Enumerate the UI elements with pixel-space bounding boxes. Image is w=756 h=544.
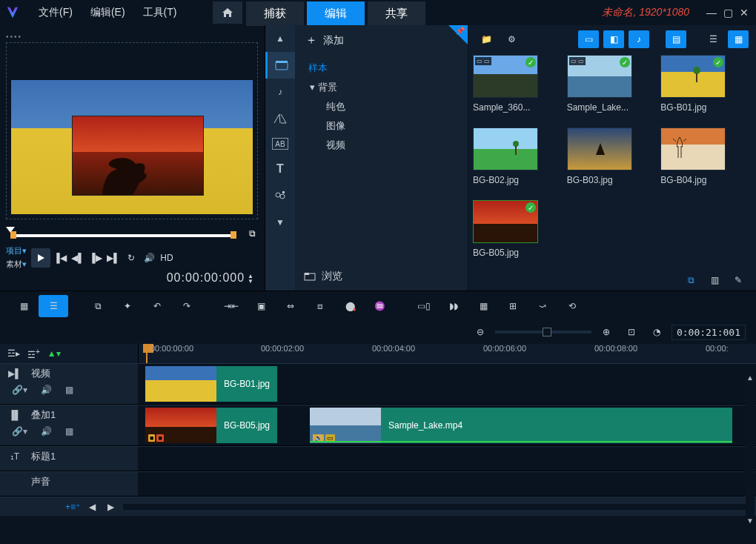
- menu-tools[interactable]: 工具(T): [136, 6, 185, 19]
- preview-timecode[interactable]: 00:00:00:000▲▼: [6, 271, 259, 285]
- subtitle-icon[interactable]: ⊞: [498, 295, 528, 317]
- text-category-icon[interactable]: T: [265, 156, 295, 182]
- effects-category-icon[interactable]: [265, 182, 295, 209]
- filter-video-icon[interactable]: ▭: [578, 30, 599, 48]
- thumb-item[interactable]: BG-B04.jpg: [660, 127, 749, 196]
- clip-bg-b01[interactable]: BG-B01.jpg: [145, 366, 301, 402]
- play-button[interactable]: [31, 248, 50, 268]
- menu-file[interactable]: 文件(F): [31, 6, 80, 19]
- filter-audio-icon[interactable]: ♪: [629, 30, 649, 48]
- thumb-item[interactable]: BG-B03.jpg: [567, 127, 655, 196]
- chapter-icon[interactable]: ▦: [468, 295, 498, 317]
- redo-icon[interactable]: ↷: [172, 295, 202, 317]
- tab-capture[interactable]: 捕获: [246, 1, 304, 26]
- mute-icon[interactable]: 🔊: [41, 385, 52, 395]
- track-add-icon[interactable]: ☲+: [27, 348, 40, 360]
- maximize-button[interactable]: ▢: [722, 7, 734, 19]
- timeline-ruler[interactable]: 00:00:00:00 00:00:02:00 00:00:04:00 00:0…: [138, 344, 756, 363]
- tree-solid[interactable]: 纯色: [308, 97, 460, 116]
- pan-icon[interactable]: ⇔: [276, 295, 305, 317]
- preview-viewport[interactable]: [6, 42, 258, 219]
- go-start-icon[interactable]: ▐◀: [52, 253, 68, 263]
- scroll-right-icon[interactable]: ▶: [105, 502, 117, 512]
- timeline-vscrollbar[interactable]: ▲▼: [746, 374, 755, 525]
- speed-icon[interactable]: ⤻: [528, 295, 557, 317]
- undo-icon[interactable]: ↶: [142, 295, 172, 317]
- fx-lock-icon[interactable]: ▩: [65, 426, 73, 437]
- track-opts-icon[interactable]: ☲▸: [7, 348, 20, 359]
- prev-frame-icon[interactable]: ◀▌: [70, 253, 86, 263]
- track-manager-icon[interactable]: ▭▯: [409, 295, 439, 317]
- timeline-view-icon[interactable]: ☰: [39, 295, 68, 317]
- thumb-item[interactable]: ▭ ▭✓ Sample_360...: [473, 55, 561, 123]
- close-button[interactable]: ✕: [738, 7, 750, 19]
- next-frame-icon[interactable]: ▐▶: [87, 253, 104, 263]
- trim-bar[interactable]: ⧉: [6, 227, 259, 241]
- thumb-item[interactable]: ✓ BG-B01.jpg: [660, 55, 749, 123]
- home-button[interactable]: [213, 1, 242, 24]
- library-sync-icon[interactable]: ⧉: [680, 271, 701, 289]
- color-icon[interactable]: ⬤●: [335, 295, 365, 317]
- clip-sample-lake[interactable]: Sample_Lake.mp4 🔊▭: [310, 408, 732, 443]
- title-track-icon[interactable]: ₁T: [4, 451, 25, 462]
- loop-icon[interactable]: ↻: [123, 253, 139, 263]
- view-list-icon[interactable]: ☰: [703, 30, 723, 48]
- filter-image-icon[interactable]: ◧: [603, 30, 624, 48]
- hd-toggle[interactable]: HD: [159, 253, 175, 263]
- timeline-scrollbar[interactable]: +≡⁺ ◀ ▶: [0, 497, 756, 516]
- link-icon[interactable]: 🔗▾: [12, 385, 27, 395]
- library-layout-icon[interactable]: ▥: [704, 271, 725, 289]
- sort-icon[interactable]: ▤: [666, 30, 686, 48]
- add-track-icon[interactable]: +≡⁺: [65, 502, 80, 512]
- playhead[interactable]: [146, 344, 147, 363]
- motion-icon[interactable]: ♒: [365, 295, 394, 317]
- browse-button[interactable]: 浏览: [295, 262, 468, 291]
- gear-icon[interactable]: ⚙: [501, 30, 522, 48]
- overlay-track-icon[interactable]: ▐▌: [4, 410, 25, 420]
- ripple-toggle-icon[interactable]: ▲▾: [47, 348, 61, 359]
- thumb-item[interactable]: ✓ BG-B05.jpg: [473, 200, 561, 268]
- storyboard-view-icon[interactable]: ▦: [9, 295, 39, 317]
- crop-icon[interactable]: ▣: [246, 295, 276, 317]
- fit-project-icon[interactable]: ⊡: [621, 323, 642, 341]
- clip-bg-b05[interactable]: BG-B05.jpg ■■: [145, 408, 301, 443]
- thumb-item[interactable]: BG-B02.jpg: [473, 127, 561, 196]
- titles-category-icon[interactable]: AB: [272, 138, 288, 150]
- zoom-in-icon[interactable]: ⊕: [596, 323, 617, 341]
- add-media-button[interactable]: ＋添加 📌: [295, 25, 468, 56]
- auto-icon[interactable]: ✦: [113, 295, 142, 317]
- detach-preview-icon[interactable]: ⧉: [249, 228, 256, 239]
- timeline-duration[interactable]: 0:00:21:001: [672, 325, 746, 340]
- trim-icon[interactable]: ⇥⇤: [216, 295, 246, 317]
- tab-share[interactable]: 共享: [368, 1, 425, 26]
- duration-icon[interactable]: ◔: [646, 323, 667, 341]
- audio-category-icon[interactable]: ♪: [265, 79, 295, 105]
- view-grid-icon[interactable]: ▦: [728, 30, 749, 48]
- zoom-slider[interactable]: [495, 331, 591, 334]
- tree-image[interactable]: 图像: [308, 116, 460, 136]
- menu-edit[interactable]: 编辑(E): [83, 6, 133, 19]
- tree-sample[interactable]: 样本: [308, 59, 460, 78]
- copy-attrs-icon[interactable]: ⧉: [83, 295, 113, 317]
- tree-video[interactable]: 视频: [308, 136, 460, 155]
- fx-lock-icon[interactable]: ▩: [65, 385, 73, 395]
- import-folder-icon[interactable]: 📁: [476, 30, 497, 48]
- material-label[interactable]: 素材▾: [6, 259, 27, 270]
- volume-icon[interactable]: 🔊: [141, 253, 157, 263]
- zoom-out-icon[interactable]: ⊖: [470, 323, 491, 341]
- transitions-category-icon[interactable]: [265, 105, 295, 132]
- scroll-left-icon[interactable]: ◀: [86, 502, 99, 512]
- link-icon[interactable]: 🔗▾: [12, 426, 27, 437]
- overlay-manager-icon[interactable]: ◗◗: [439, 295, 468, 317]
- media-category-icon[interactable]: [265, 52, 295, 79]
- tree-background[interactable]: ▾ 背景: [308, 78, 460, 97]
- minimize-button[interactable]: —: [706, 7, 717, 19]
- collapse-up-icon[interactable]: ▲: [265, 25, 295, 52]
- thumb-item[interactable]: ▭ ▭✓ Sample_Lake...: [567, 55, 655, 123]
- go-end-icon[interactable]: ▶▌: [105, 253, 122, 263]
- loop-fx-icon[interactable]: ⟲: [557, 295, 587, 317]
- expand-down-icon[interactable]: ▼: [265, 209, 295, 236]
- library-edit-icon[interactable]: ✎: [728, 271, 749, 289]
- project-label[interactable]: 项目▾: [6, 245, 27, 256]
- video-track-icon[interactable]: ▶▌: [4, 368, 25, 379]
